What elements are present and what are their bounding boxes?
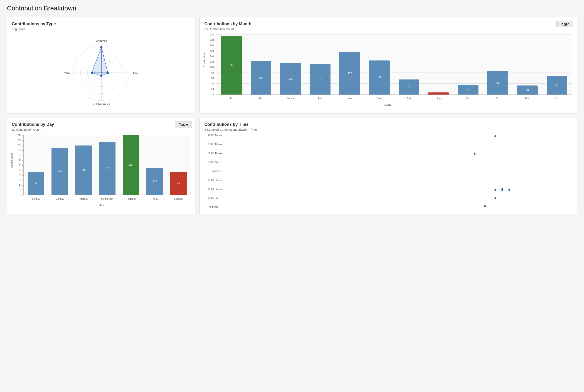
bar-nov[interactable]: 33	[517, 86, 538, 94]
bar-x-label: Tuesday	[79, 198, 88, 200]
bar-may[interactable]: 157	[339, 52, 360, 94]
time-label: Midnight —	[209, 206, 222, 208]
bar-group: 125June	[365, 34, 394, 94]
bar-aug[interactable]	[428, 92, 449, 94]
bar-x-label: July	[407, 97, 411, 100]
month-bar-chart: Contributions20 -40 -60 -80 -100 -120 -1…	[204, 34, 572, 102]
bar-group: 55July	[394, 34, 424, 94]
bar-group: 116March	[276, 34, 306, 94]
time-label: 09:00 AM —	[208, 160, 222, 163]
bar-x-label: April	[318, 97, 323, 100]
bar-x-label: Wednesday	[101, 198, 113, 200]
scatter-dot	[494, 198, 496, 199]
scatter-dot	[474, 153, 475, 155]
time-label: 12:00 AM —	[208, 134, 222, 136]
bar-x-label: Sunday	[32, 198, 40, 200]
bar-group: 109Friday	[143, 135, 167, 195]
time-label: 06:00 PM —	[208, 188, 222, 190]
bar-x-label: Friday	[151, 198, 158, 200]
scatter-dot	[494, 135, 496, 137]
by-day-title: Contributions by Day	[12, 122, 191, 127]
bar-group: 33Nov	[513, 34, 542, 94]
by-month-title: Contributions by Month	[204, 22, 572, 26]
bar-dec[interactable]: 69	[547, 76, 567, 94]
bar-april[interactable]: 113	[310, 64, 331, 94]
bar-friday[interactable]: 109	[146, 168, 163, 195]
bar-group: 240Thursday	[119, 135, 143, 195]
bar-saturday[interactable]: 92	[170, 172, 187, 195]
bar-sunday[interactable]: 94	[28, 172, 44, 195]
day-bar-chart: Contributions20 -40 -60 -80 -100 -120 -1…	[12, 135, 191, 202]
bar-group: 214Jan	[217, 34, 246, 94]
time-label: 03:00 PM —	[208, 178, 222, 182]
bar-feb[interactable]: 122	[251, 61, 271, 94]
card-by-time: Contributions by Time 8 Sampled Contribu…	[199, 117, 577, 214]
scatter-dot	[508, 189, 510, 191]
bar-x-label: Dec	[555, 97, 559, 100]
radar-chart: Commits Issues Reviews Pull Requests	[12, 34, 191, 109]
bar-group: 122Feb	[246, 34, 276, 94]
bar-group: Aug	[424, 34, 453, 94]
by-month-toggle[interactable]: Toggle	[556, 20, 573, 27]
card-by-day: Contributions by Day By Contribution Cou…	[7, 117, 196, 214]
bar-x-label: Saturday	[174, 198, 183, 200]
bar-group: 86Oct	[483, 34, 513, 94]
time-label: 03:00 AM —	[208, 143, 222, 146]
bar-x-label: Jan	[230, 97, 233, 100]
card-by-type: Contributions by Type Log Scale	[7, 17, 196, 114]
svg-text:Reviews: Reviews	[64, 71, 70, 74]
bar-group: 198Tuesday	[72, 135, 95, 195]
bar-july[interactable]: 55	[399, 80, 419, 94]
scatter-dot	[501, 190, 503, 191]
bar-x-label: Monday	[56, 198, 64, 200]
bar-group: 92Saturday	[167, 135, 190, 195]
by-type-subtitle: Log Scale	[12, 27, 191, 31]
svg-marker-6	[92, 47, 108, 76]
bar-group: 213Wednesday	[95, 135, 119, 195]
bar-x-label: May	[348, 97, 352, 100]
bar-june[interactable]: 125	[369, 60, 390, 94]
bar-x-label: Feb	[259, 97, 263, 100]
dashboard-grid: Contributions by Type Log Scale	[7, 17, 577, 214]
by-day-subtitle: By Contribution Count	[12, 128, 191, 131]
time-scatter-chart: 12:00 AM —03:00 AM —06:00 AM —09:00 AM —…	[204, 135, 572, 209]
bar-wednesday[interactable]: 213	[99, 142, 116, 195]
scatter-dot	[484, 205, 486, 207]
bar-x-label: Nov	[525, 97, 529, 100]
bar-march[interactable]: 116	[280, 63, 301, 94]
by-day-toggle[interactable]: Toggle	[175, 121, 192, 128]
svg-text:Issues: Issues	[132, 71, 138, 74]
bar-jan[interactable]: 214	[221, 36, 242, 94]
svg-text:Pull Requests: Pull Requests	[93, 103, 110, 106]
bar-group: 94Sunday	[24, 135, 48, 195]
bar-tuesday[interactable]: 198	[75, 146, 92, 195]
bar-group: 189Monday	[48, 135, 71, 195]
bar-thursday[interactable]: 240	[123, 135, 139, 195]
bar-sep[interactable]: 34	[458, 85, 478, 94]
bar-x-label: March	[287, 97, 294, 100]
time-label: 06:00 AM —	[208, 152, 222, 154]
by-month-subtitle: By Contribution Count	[204, 27, 572, 31]
svg-text:Commits: Commits	[96, 40, 107, 43]
time-label: Noon —	[212, 170, 222, 172]
bar-x-label: Thursday	[126, 198, 136, 200]
bar-x-label: June	[377, 97, 382, 100]
bar-monday[interactable]: 189	[52, 148, 68, 195]
page-title: Contribution Breakdown	[7, 5, 577, 12]
by-type-title: Contributions by Type	[12, 22, 191, 26]
bar-group: 69Dec	[542, 34, 572, 94]
bar-group: 34Sep	[453, 34, 483, 94]
month-x-axis-label: Month	[204, 103, 572, 106]
time-label: 09:00 PM —	[208, 196, 222, 199]
by-time-subtitle: 8 Sampled Contributions, Eastern Time	[204, 128, 572, 131]
by-time-title: Contributions by Time	[204, 122, 572, 127]
day-x-axis-label: Day	[12, 204, 191, 207]
bar-group: 157May	[335, 34, 365, 94]
bar-x-label: Aug	[436, 97, 441, 100]
bar-x-label: Sep	[466, 97, 470, 100]
bar-group: 113April	[306, 34, 335, 94]
bar-x-label: Oct	[496, 97, 500, 100]
card-by-month: Contributions by Month By Contribution C…	[199, 17, 577, 114]
scatter-dot	[494, 189, 496, 191]
bar-oct[interactable]: 86	[487, 71, 508, 94]
